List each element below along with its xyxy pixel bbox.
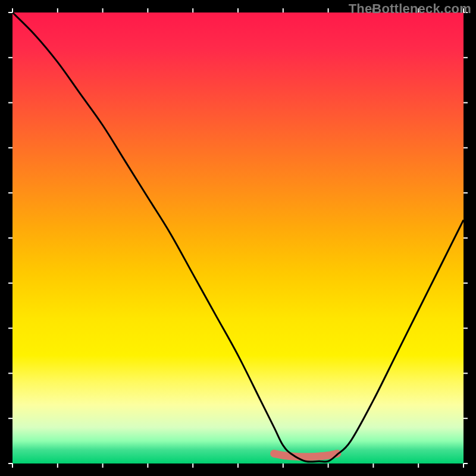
axis-ticks [0, 0, 476, 476]
chart-container: TheBottleneck.com [0, 0, 476, 476]
watermark-text: TheBottleneck.com [349, 1, 471, 17]
